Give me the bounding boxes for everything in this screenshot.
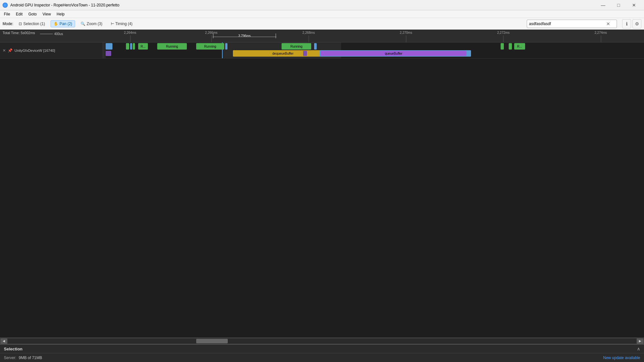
toolbar: Mode: ⊡ Selection (1) ✋ Pan (2) 🔍 Zoom (… xyxy=(0,18,644,30)
mode-zoom-label: Zoom (3) xyxy=(87,22,102,26)
scroll-left-button[interactable]: ◀ xyxy=(1,339,7,344)
track-row-unity: ✕ 📌 UnityGfxDeviceW [16740] xyxy=(0,42,644,59)
zoom-icon: 🔍 xyxy=(81,22,85,26)
track-pin-button[interactable]: 📌 xyxy=(8,48,13,53)
minimize-button[interactable]: — xyxy=(596,0,610,10)
segment-blue-1[interactable] xyxy=(130,43,132,50)
menu-goto[interactable]: Goto xyxy=(26,11,39,17)
tick-2266: 2,266ms xyxy=(205,31,217,34)
menu-help[interactable]: Help xyxy=(54,11,67,17)
tick-2270: 2,270ms xyxy=(400,31,412,34)
scroll-track[interactable] xyxy=(8,339,636,344)
tick-line-2272 xyxy=(503,35,504,42)
mode-timing-label: Timing (4) xyxy=(115,22,133,26)
tick-2268: 2,268ms xyxy=(303,31,315,34)
title-bar: Android GPU Inspector - RopeHeroViceTown… xyxy=(0,0,644,10)
selection-icon: ⊡ xyxy=(19,22,22,26)
tick-line-2264 xyxy=(130,35,130,42)
server-value: 9MB of 71MB xyxy=(19,356,42,360)
close-button[interactable]: ✕ xyxy=(627,0,641,10)
mode-label: Mode: xyxy=(3,22,13,26)
mode-selection-button[interactable]: ⊡ Selection (1) xyxy=(16,20,48,27)
info-button[interactable]: ℹ xyxy=(622,19,631,28)
bottom-panel-collapse-button[interactable]: ∧ xyxy=(637,346,640,351)
track-content-unity[interactable]: R... Running Running Running R... dequeu… xyxy=(103,42,644,58)
scrollbar-area: ◀ ▶ xyxy=(0,338,644,344)
menu-file[interactable]: File xyxy=(1,11,13,17)
selection-time-label: 3.796ms xyxy=(238,34,251,38)
title-bar-left: Android GPU Inspector - RopeHeroViceTown… xyxy=(3,3,120,8)
mode-pan-button[interactable]: ✋ Pan (2) xyxy=(51,20,75,27)
bottom-panel: Selection ∧ Server: 9MB of 71MB New upda… xyxy=(0,344,644,362)
toolbar-right: ℹ ⚙ xyxy=(622,19,641,28)
menu-bar: File Edit Goto View Help xyxy=(0,10,644,18)
tick-line-2266 xyxy=(211,35,212,42)
maximize-button[interactable]: □ xyxy=(611,0,626,10)
segment-green-4[interactable] xyxy=(509,43,512,50)
segment-purple-left[interactable] xyxy=(106,51,111,56)
bottom-panel-title: Selection xyxy=(4,347,23,351)
empty-track-area xyxy=(0,59,644,252)
track-name: UnityGfxDeviceW [16740] xyxy=(14,49,55,52)
segment-r-right[interactable]: R... xyxy=(514,43,525,50)
timeline-container: Total Time: 5s002ms 400us 2,264ms 2,266m… xyxy=(0,30,644,338)
segment-running-2[interactable]: Running xyxy=(196,43,224,50)
server-label: Server: xyxy=(4,356,16,360)
track-label-unity: ✕ 📌 UnityGfxDeviceW [16740] xyxy=(0,42,103,58)
server-info-container: Server: 9MB of 71MB xyxy=(4,356,42,360)
search-container: ✕ xyxy=(527,20,617,28)
scroll-right-button[interactable]: ▶ xyxy=(637,339,643,344)
tick-line-2274 xyxy=(601,35,601,42)
segment-r-small[interactable]: R... xyxy=(138,43,148,50)
mode-pan-label: Pan (2) xyxy=(60,22,72,26)
bottom-panel-header: Selection ∧ xyxy=(0,345,644,353)
pan-icon: ✋ xyxy=(53,22,58,26)
segment-green-3[interactable] xyxy=(501,43,504,50)
tracks-area: ✕ 📌 UnityGfxDeviceW [16740] xyxy=(0,42,644,338)
track-close-button[interactable]: ✕ xyxy=(3,48,6,53)
segment-blue-left[interactable] xyxy=(106,43,112,50)
tick-line-2270 xyxy=(406,35,406,42)
mode-selection-label: Selection (1) xyxy=(23,22,45,26)
timing-icon: ⊢ xyxy=(111,22,114,26)
segment-blue-3[interactable] xyxy=(314,43,317,50)
segment-green-2[interactable] xyxy=(133,43,135,50)
menu-view[interactable]: View xyxy=(40,11,53,17)
settings-button[interactable]: ⚙ xyxy=(632,19,641,28)
segment-queue[interactable]: queueBuffer xyxy=(321,51,466,56)
app-icon xyxy=(3,3,8,8)
tick-2264: 2,264ms xyxy=(124,31,136,34)
tick-line-2268 xyxy=(309,35,309,42)
search-input[interactable] xyxy=(529,22,606,26)
selection-range-line: | | xyxy=(213,37,276,37)
tick-2274: 2,274ms xyxy=(594,31,607,34)
scroll-thumb[interactable] xyxy=(196,339,228,343)
window-title: Android GPU Inspector - RopeHeroViceTown… xyxy=(10,3,120,7)
selection-range-marker: 3.796ms | | xyxy=(238,30,251,42)
segment-running-3[interactable]: Running xyxy=(282,43,311,50)
total-time: Total Time: 5s002ms 400us xyxy=(3,31,63,36)
update-link[interactable]: New update available xyxy=(603,356,640,360)
search-clear-icon[interactable]: ✕ xyxy=(606,21,610,26)
total-time-label: Total Time: 5s002ms xyxy=(3,31,35,35)
segment-dequeue[interactable]: dequeueBuffer xyxy=(233,50,333,57)
scale-indicator: 400us xyxy=(40,32,63,36)
segment-blue-2[interactable] xyxy=(225,43,227,50)
time-ruler: Total Time: 5s002ms 400us 2,264ms 2,266m… xyxy=(0,30,644,42)
tick-2272: 2,272ms xyxy=(497,31,509,34)
segment-purple-mid[interactable] xyxy=(303,51,307,56)
bottom-panel-content: Server: 9MB of 71MB New update available xyxy=(0,353,644,362)
mode-zoom-button[interactable]: 🔍 Zoom (3) xyxy=(78,20,105,27)
mode-timing-button[interactable]: ⊢ Timing (4) xyxy=(108,20,136,27)
segment-running-1[interactable]: Running xyxy=(157,43,187,50)
title-bar-controls: — □ ✕ xyxy=(596,0,641,10)
time-ruler-ticks: 2,264ms 2,266ms 3.796ms | | 2,268ms 2,27… xyxy=(103,30,644,42)
segment-green-1[interactable] xyxy=(126,43,129,50)
menu-edit[interactable]: Edit xyxy=(13,11,25,17)
